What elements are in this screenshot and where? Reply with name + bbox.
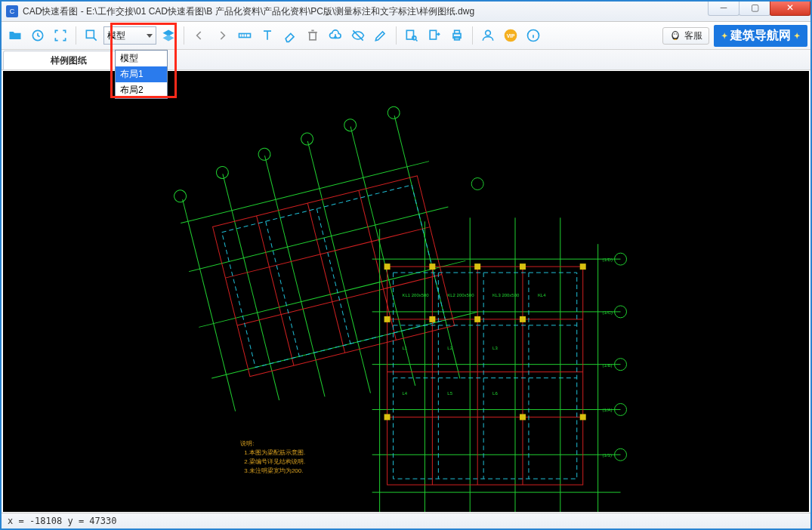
svg-rect-1 xyxy=(86,30,94,38)
svg-point-32 xyxy=(343,118,357,132)
measure-button[interactable] xyxy=(234,25,255,46)
svg-point-10 xyxy=(486,30,491,35)
svg-line-36 xyxy=(307,203,344,353)
window-title: CAD快速看图 - E:\工作交接\01 CAD快速看图\B 产品化资料\产品化… xyxy=(23,5,709,18)
svg-text:(1/1): (1/1) xyxy=(603,453,612,458)
svg-rect-87 xyxy=(474,316,480,322)
toolbar: 模型 VIP 客服 ✦ 建筑导航网 ✦ xyxy=(2,22,810,50)
svg-rect-82 xyxy=(429,263,435,270)
undo-button[interactable] xyxy=(189,25,210,46)
svg-point-30 xyxy=(257,147,271,162)
separator xyxy=(76,26,76,45)
svg-text:KL4: KL4 xyxy=(538,293,546,297)
nav-site-label: 建筑导航网 xyxy=(730,28,791,44)
app-window: C CAD快速看图 - E:\工作交接\01 CAD快速看图\B 产品化资料\产… xyxy=(0,0,812,530)
svg-line-41 xyxy=(266,221,300,356)
svg-point-31 xyxy=(300,131,314,146)
qq-support-label: 客服 xyxy=(684,29,702,42)
hide-button[interactable] xyxy=(347,25,369,46)
svg-text:KL1 200x500: KL1 200x500 xyxy=(403,293,430,297)
edit-button[interactable] xyxy=(370,25,391,46)
minimize-button[interactable]: ─ xyxy=(708,0,739,16)
svg-line-18 xyxy=(183,199,236,411)
chevron-down-icon xyxy=(147,34,153,38)
svg-point-29 xyxy=(215,165,230,180)
svg-text:说明:: 说明: xyxy=(240,440,254,447)
svg-text:1.本图为梁配筋示意图.: 1.本图为梁配筋示意图. xyxy=(244,449,305,456)
coordinates-readout: x = -18108 y = 47330 xyxy=(8,516,117,526)
drawing-canvas[interactable]: KL1 200x500KL2 200x500 KL3 200x500KL4 L1… xyxy=(3,71,809,512)
svg-point-15 xyxy=(673,32,678,38)
cloud-download-button[interactable] xyxy=(325,25,346,46)
window-control-group: ─ ▢ ✕ xyxy=(709,2,810,21)
delete-button[interactable] xyxy=(302,25,323,46)
redo-button[interactable] xyxy=(211,25,233,46)
svg-line-19 xyxy=(223,174,279,400)
svg-text:2.梁编号详见结构说明.: 2.梁编号详见结构说明. xyxy=(244,458,305,465)
space-combo[interactable]: 模型 xyxy=(103,26,156,45)
svg-rect-8 xyxy=(455,30,460,33)
svg-text:(1/D): (1/D) xyxy=(603,257,613,262)
app-icon: C xyxy=(6,5,18,17)
zoom-window-button[interactable] xyxy=(81,25,102,46)
svg-point-17 xyxy=(676,33,677,34)
export-button[interactable] xyxy=(424,25,445,46)
svg-rect-68 xyxy=(387,267,583,485)
svg-point-67 xyxy=(471,178,483,190)
svg-text:(1/C): (1/C) xyxy=(603,310,613,315)
toolbar-right: 客服 ✦ 建筑导航网 ✦ xyxy=(662,25,807,47)
svg-rect-91 xyxy=(580,263,586,270)
svg-text:L5: L5 xyxy=(447,391,452,396)
eraser-button[interactable] xyxy=(279,25,301,46)
zoom-extents-button[interactable] xyxy=(50,25,71,46)
open-file-button[interactable] xyxy=(5,25,26,46)
svg-text:L4: L4 xyxy=(403,391,408,396)
nav-site-button[interactable]: ✦ 建筑导航网 ✦ xyxy=(714,25,807,47)
svg-text:KL2 200x500: KL2 200x500 xyxy=(447,293,474,297)
svg-rect-81 xyxy=(384,263,391,270)
svg-text:3.未注明梁宽均为200.: 3.未注明梁宽均为200. xyxy=(244,467,303,474)
separator xyxy=(396,26,397,45)
svg-line-24 xyxy=(181,162,429,223)
confetti-icon: ✦ xyxy=(794,32,800,40)
titlebar: C CAD快速看图 - E:\工作交接\01 CAD快速看图\B 产品化资料\产… xyxy=(2,2,810,22)
svg-line-35 xyxy=(257,216,294,365)
svg-text:L2: L2 xyxy=(447,346,452,350)
svg-text:L3: L3 xyxy=(492,346,498,350)
svg-point-28 xyxy=(173,189,187,203)
svg-rect-75 xyxy=(394,273,577,479)
svg-rect-83 xyxy=(474,263,480,270)
confetti-icon: ✦ xyxy=(721,32,727,40)
dropdown-option-layout2[interactable]: 布局2 xyxy=(116,82,167,98)
qq-support-button[interactable]: 客服 xyxy=(662,27,709,45)
find-button[interactable] xyxy=(401,25,422,46)
dropdown-option-layout1[interactable]: 布局1 xyxy=(116,66,167,82)
svg-line-21 xyxy=(307,141,370,393)
svg-rect-92 xyxy=(580,414,586,420)
recent-button[interactable] xyxy=(27,25,48,46)
svg-text:KL3 200x500: KL3 200x500 xyxy=(492,293,520,297)
svg-rect-88 xyxy=(520,316,526,322)
close-button[interactable]: ✕ xyxy=(770,0,810,16)
layers-button[interactable] xyxy=(158,25,179,46)
user-button[interactable] xyxy=(477,25,499,46)
dropdown-option-model[interactable]: 模型 xyxy=(116,51,167,66)
svg-rect-85 xyxy=(384,316,391,322)
text-button[interactable] xyxy=(257,25,278,46)
print-button[interactable] xyxy=(446,25,468,46)
svg-rect-90 xyxy=(520,414,526,420)
svg-point-16 xyxy=(674,33,675,34)
status-bar: x = -18108 y = 47330 xyxy=(2,513,810,528)
svg-rect-86 xyxy=(429,316,435,322)
vip-button[interactable]: VIP xyxy=(500,25,521,46)
svg-rect-3 xyxy=(310,32,316,40)
svg-line-37 xyxy=(359,190,396,340)
svg-rect-2 xyxy=(239,34,251,38)
svg-rect-84 xyxy=(520,263,526,270)
space-combo-label: 模型 xyxy=(107,29,125,42)
document-tab-label: 样例图纸 xyxy=(51,54,87,67)
svg-text:(1/B): (1/B) xyxy=(603,363,613,368)
maximize-button[interactable]: ▢ xyxy=(739,0,770,16)
separator xyxy=(184,26,184,45)
info-button[interactable] xyxy=(523,25,544,46)
